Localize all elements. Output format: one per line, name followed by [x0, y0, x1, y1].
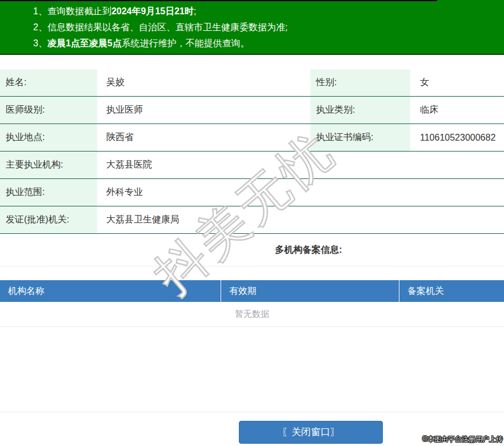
field-value-certificate-number: 110610523000682: [410, 124, 504, 151]
field-value-gender: 女: [410, 69, 504, 96]
field-label-doctor-level: 医师级别:: [0, 97, 97, 124]
field-label-main-institution: 主要执业机构:: [0, 152, 97, 178]
column-header-institution-name: 机构名称: [0, 280, 221, 302]
field-label-certificate-number: 执业证书编码:: [310, 124, 410, 151]
notice-text: 2、信息数据结果以各省、自治区、直辖市卫生健康委数据为准;: [33, 22, 287, 32]
notice-text: 系统进行维护，不能提供查询。: [122, 38, 250, 48]
field-value-name: 吴姣: [97, 69, 310, 96]
table-row-level-category: 医师级别: 执业医师 执业类别: 临床: [0, 97, 504, 124]
field-value-practice-scope: 外科专业: [97, 179, 504, 206]
notice-line-1: 1、查询数据截止到2024年9月15日21时;: [33, 3, 498, 19]
copyright-stamp: ©本图由平台注册用户上传: [422, 435, 503, 444]
field-label-practice-location: 执业地点:: [0, 124, 97, 151]
empty-data-text: 暂无数据: [0, 302, 504, 327]
top-border-line: [0, 0, 437, 1]
field-label-practice-scope: 执业范围:: [0, 179, 97, 206]
notice-bold-text: 凌晨1点至凌晨5点: [47, 38, 122, 48]
notice-text: 3、: [33, 38, 47, 48]
table-row-issuing-authority: 发证(批准)机关: 大荔县卫生健康局: [0, 206, 504, 234]
query-result-page: 1、查询数据截止到2024年9月15日21时; 2、信息数据结果以各省、自治区、…: [0, 0, 504, 446]
column-header-validity-period: 有效期: [221, 280, 399, 302]
notice-banner: 1、查询数据截止到2024年9月15日21时; 2、信息数据结果以各省、自治区、…: [0, 0, 504, 55]
field-value-practice-location: 陕西省: [97, 124, 310, 151]
field-value-main-institution: 大荔县医院: [97, 152, 504, 178]
table-row-main-institution: 主要执业机构: 大荔县医院: [0, 152, 504, 179]
notice-text: 1、查询数据截止到: [33, 6, 111, 16]
org-table-header: 机构名称 有效期 备案机关: [0, 280, 504, 302]
close-window-button[interactable]: 〖关闭窗口〗: [239, 421, 383, 444]
notice-line-3: 3、凌晨1点至凌晨5点系统进行维护，不能提供查询。: [33, 35, 498, 51]
field-label-practice-category: 执业类别:: [310, 97, 410, 124]
spacer-divider: [0, 327, 504, 412]
table-row-name-gender: 姓名: 吴姣 性别: 女: [0, 69, 504, 97]
field-value-issuing-authority: 大荔县卫生健康局: [97, 206, 504, 233]
doctor-info-table: 姓名: 吴姣 性别: 女 医师级别: 执业医师 执业类别: 临床 执业地点: 陕…: [0, 69, 504, 234]
field-label-name: 姓名:: [0, 69, 97, 96]
table-row-practice-scope: 执业范围: 外科专业: [0, 179, 504, 206]
multi-institution-section-title: 多机构备案信息:: [0, 234, 504, 266]
field-label-issuing-authority: 发证(批准)机关:: [0, 206, 97, 233]
notice-line-2: 2、信息数据结果以各省、自治区、直辖市卫生健康委数据为准;: [33, 19, 498, 35]
field-label-gender: 性别:: [310, 69, 410, 96]
notice-text: ;: [194, 6, 196, 16]
field-value-practice-category: 临床: [410, 97, 504, 124]
table-row-location-certno: 执业地点: 陕西省 执业证书编码: 110610523000682: [0, 124, 504, 152]
notice-bold-text: 2024年9月15日21时: [111, 6, 194, 16]
column-header-record-authority: 备案机关: [399, 280, 503, 302]
field-value-doctor-level: 执业医师: [97, 97, 310, 124]
